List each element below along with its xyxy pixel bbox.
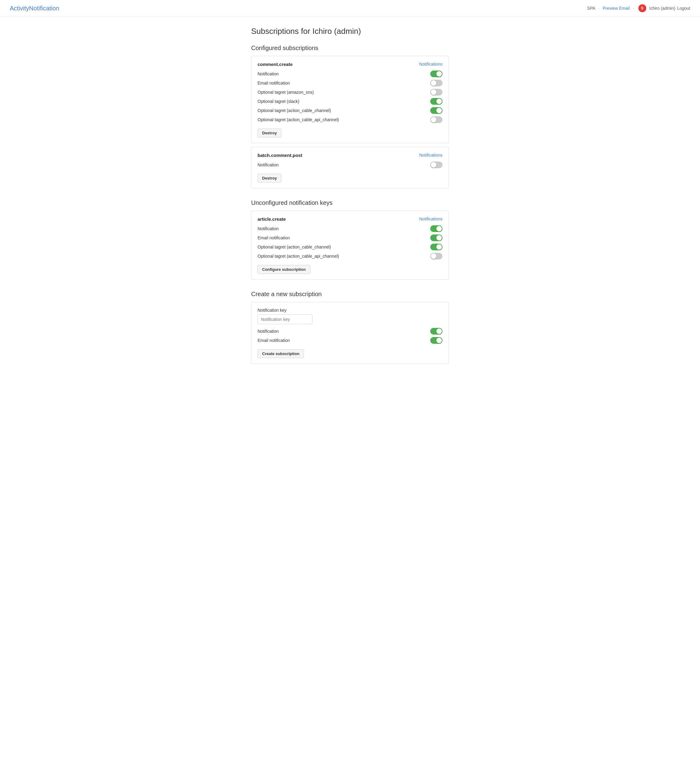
toggle-action-cable-channel-article[interactable] bbox=[430, 244, 442, 250]
notifications-link-comment-create[interactable]: Notifications bbox=[419, 62, 442, 67]
toggle-row-notification-batch: Notification bbox=[258, 162, 442, 168]
unconfigured-keys-section: Unconfigured notification keys article.c… bbox=[251, 199, 449, 280]
card-comment-create: comment.create Notifications Notificatio… bbox=[251, 56, 449, 143]
new-subscription-card: Notification key Notification Email noti… bbox=[251, 302, 449, 364]
toggle-notification-article[interactable] bbox=[430, 225, 442, 232]
toggle-notification-1[interactable] bbox=[430, 70, 442, 77]
toggle-email-article[interactable] bbox=[430, 234, 442, 241]
toggle-row-action-cable-channel-1: Optional tagret (action_cable_channel) bbox=[258, 107, 442, 114]
toggle-row-action-cable-api-1: Optional tagret (action_cable_api_channe… bbox=[258, 116, 442, 123]
toggle-row-notification-article: Notification bbox=[258, 225, 442, 232]
page-title: Subscriptions for Ichiro (admin) bbox=[251, 27, 449, 36]
toggle-label-slack: Optional tagret (slack) bbox=[258, 99, 299, 104]
card-key-comment-create: comment.create bbox=[258, 62, 293, 67]
preview-email-link[interactable]: Preview Email bbox=[603, 6, 630, 11]
user-name-label: Ichiro (admin) bbox=[649, 6, 676, 11]
user-avatar-badge: S bbox=[638, 4, 646, 12]
main-content: Subscriptions for Ichiro (admin) Configu… bbox=[246, 17, 454, 393]
new-subscription-section-title: Create a new subscription bbox=[251, 291, 449, 298]
toggle-row-email-1: Email notification bbox=[258, 80, 442, 86]
toggle-label-notification-batch: Notification bbox=[258, 162, 278, 167]
toggle-email-1[interactable] bbox=[430, 80, 442, 86]
card-comment-create-header: comment.create Notifications bbox=[258, 62, 442, 67]
nav-spa-label: SPA bbox=[587, 6, 595, 11]
configured-subscriptions-section: Configured subscriptions comment.create … bbox=[251, 45, 449, 188]
toggle-row-notification-1: Notification bbox=[258, 70, 442, 77]
navbar-links: SPA · Preview Email · S Ichiro (admin) L… bbox=[587, 4, 690, 12]
toggle-action-cable-api-article[interactable] bbox=[430, 253, 442, 259]
toggle-label-action-cable-channel-1: Optional tagret (action_cable_channel) bbox=[258, 108, 331, 113]
navbar: ActivityNotification SPA · Preview Email… bbox=[0, 0, 700, 17]
create-subscription-button[interactable]: Create subscription bbox=[258, 349, 304, 358]
toggle-email-new[interactable] bbox=[430, 337, 442, 344]
toggle-label-action-cable-channel-article: Optional tagret (action_cable_channel) bbox=[258, 244, 331, 249]
notifications-link-batch-comment-post[interactable]: Notifications bbox=[419, 153, 442, 157]
logout-link[interactable]: Logout bbox=[677, 6, 690, 11]
app-brand[interactable]: ActivityNotification bbox=[10, 5, 59, 12]
toggle-row-email-new: Email notification bbox=[258, 337, 442, 344]
toggle-label-action-cable-api-1: Optional tagret (action_cable_api_channe… bbox=[258, 117, 339, 122]
toggle-label-email-1: Email notification bbox=[258, 80, 290, 85]
configure-subscription-button[interactable]: Configure subscription bbox=[258, 265, 310, 274]
toggle-row-notification-new: Notification bbox=[258, 328, 442, 334]
toggle-action-cable-channel-1[interactable] bbox=[430, 107, 442, 114]
toggle-row-email-article: Email notification bbox=[258, 234, 442, 241]
card-key-article-create: article.create bbox=[258, 216, 286, 222]
toggle-notification-batch[interactable] bbox=[430, 162, 442, 168]
card-article-create-header: article.create Notifications bbox=[258, 216, 442, 222]
card-article-create: article.create Notifications Notificatio… bbox=[251, 211, 449, 280]
destroy-button-batch-comment-post[interactable]: Destroy bbox=[258, 174, 281, 182]
toggle-row-action-cable-channel-article: Optional tagret (action_cable_channel) bbox=[258, 244, 442, 250]
toggle-label-notification-1: Notification bbox=[258, 72, 278, 76]
nav-sep-2: · bbox=[633, 6, 634, 11]
notifications-link-article-create[interactable]: Notifications bbox=[419, 216, 442, 221]
card-key-batch-comment-post: batch.comment.post bbox=[258, 153, 302, 158]
unconfigured-section-title: Unconfigured notification keys bbox=[251, 199, 449, 206]
toggle-notification-new[interactable] bbox=[430, 328, 442, 334]
new-subscription-section: Create a new subscription Notification k… bbox=[251, 291, 449, 364]
notification-key-label: Notification key bbox=[258, 308, 442, 313]
toggle-label-amazon-sns: Optional tagret (amazon_sns) bbox=[258, 90, 314, 95]
toggle-row-action-cable-api-article: Optional tagret (action_cable_api_channe… bbox=[258, 253, 442, 259]
destroy-button-comment-create[interactable]: Destroy bbox=[258, 129, 281, 137]
notification-key-input[interactable] bbox=[258, 314, 312, 324]
toggle-row-slack: Optional tagret (slack) bbox=[258, 98, 442, 105]
configured-section-title: Configured subscriptions bbox=[251, 45, 449, 52]
toggle-label-action-cable-api-article: Optional tagret (action_cable_api_channe… bbox=[258, 254, 339, 259]
toggle-label-notification-article: Notification bbox=[258, 226, 278, 231]
toggle-amazon-sns[interactable] bbox=[430, 89, 442, 95]
toggle-label-email-new: Email notification bbox=[258, 338, 290, 343]
toggle-label-email-article: Email notification bbox=[258, 236, 290, 240]
card-batch-comment-post: batch.comment.post Notifications Notific… bbox=[251, 147, 449, 188]
nav-sep-1: · bbox=[598, 6, 600, 11]
card-batch-comment-post-header: batch.comment.post Notifications bbox=[258, 153, 442, 158]
toggle-label-notification-new: Notification bbox=[258, 329, 278, 334]
toggle-row-amazon-sns: Optional tagret (amazon_sns) bbox=[258, 89, 442, 95]
toggle-slack[interactable] bbox=[430, 98, 442, 105]
toggle-action-cable-api-1[interactable] bbox=[430, 116, 442, 123]
